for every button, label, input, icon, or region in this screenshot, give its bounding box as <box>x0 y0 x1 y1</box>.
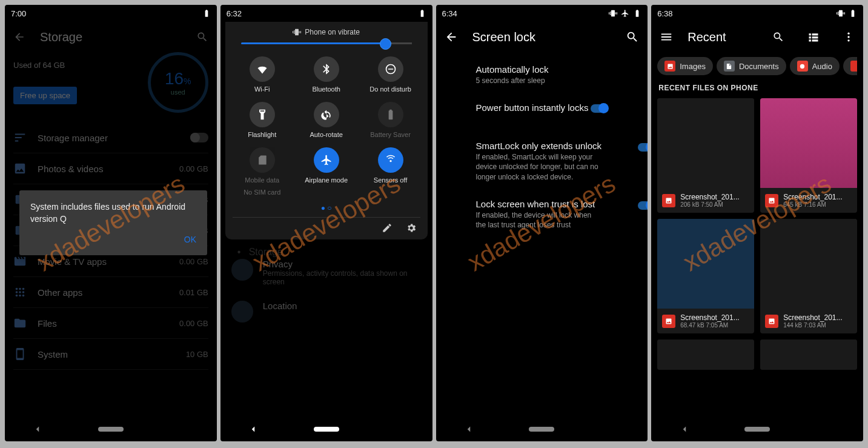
sensors-icon <box>385 154 397 166</box>
privacy-icon <box>231 259 253 281</box>
home-pill[interactable] <box>744 427 770 432</box>
back-icon[interactable] <box>445 30 458 44</box>
file-card[interactable]: Screenshot_201...144 kB 7:03 AM <box>760 219 857 333</box>
system-dialog: System includes files used to run Androi… <box>19 190 207 255</box>
folder-icon <box>13 316 27 330</box>
tile-dnd[interactable]: Do not disturb <box>361 56 420 93</box>
sim-icon <box>256 154 268 166</box>
battery-saver-icon <box>385 109 397 121</box>
back-nav-icon[interactable] <box>463 424 474 435</box>
gear-icon[interactable] <box>406 222 417 233</box>
page-indicator[interactable]: ● ○ <box>233 204 420 212</box>
svg-point-15 <box>800 64 804 68</box>
home-pill[interactable] <box>529 427 554 432</box>
quick-settings-panel: Phone on vibrate Wi-Fi Bluetooth Do not … <box>225 22 428 239</box>
free-up-space-button[interactable]: Free up space <box>13 87 77 104</box>
tile-wifi[interactable]: Wi-Fi <box>233 56 292 93</box>
svg-point-8 <box>16 295 18 297</box>
auto-lock-item[interactable]: Automatically lock5 seconds after sleep <box>447 56 637 94</box>
photos-row[interactable]: Photos & videos0.00 GB <box>13 153 208 184</box>
file-card[interactable] <box>657 339 754 370</box>
smartlock-toggle[interactable] <box>638 143 648 152</box>
phone-icon <box>13 347 27 361</box>
tile-sensors-off[interactable]: Sensors off <box>361 147 420 196</box>
back-nav-icon[interactable] <box>679 424 690 435</box>
smartlock-item[interactable]: SmartLock only extends unlockIf enabled,… <box>447 132 637 190</box>
clock: 6:34 <box>442 9 457 18</box>
view-list-icon[interactable] <box>807 31 820 43</box>
dnd-icon <box>385 63 397 75</box>
files-row[interactable]: Files0.00 GB <box>13 308 208 339</box>
svg-point-10 <box>22 295 25 297</box>
location-icon <box>231 301 253 323</box>
clock: 7:00 <box>11 9 26 18</box>
edit-icon[interactable] <box>382 222 393 233</box>
brightness-slider[interactable] <box>241 42 412 44</box>
clock: 6:38 <box>657 9 672 18</box>
page-title: Storage <box>40 30 182 44</box>
menu-icon[interactable] <box>660 30 673 44</box>
svg-point-7 <box>22 291 25 293</box>
tune-icon <box>13 131 27 144</box>
dialog-message: System includes files used to run Androi… <box>30 201 196 225</box>
image-file-icon <box>662 194 675 207</box>
home-pill[interactable] <box>314 427 339 432</box>
bg-location-row[interactable]: Location <box>231 293 422 330</box>
nav-bar <box>5 417 217 441</box>
file-card[interactable]: Screenshot_201...206 kB 7:50 AM <box>657 98 754 213</box>
clock: 6:32 <box>227 9 242 18</box>
svg-point-5 <box>16 291 18 293</box>
wifi-icon <box>256 63 268 75</box>
file-card[interactable]: Screenshot_201...68.47 kB 7:05 AM <box>657 219 754 333</box>
phone-storage: 7:00 Storage Used of 64 GB Free up space… <box>5 5 217 441</box>
power-lock-toggle[interactable] <box>591 104 608 113</box>
search-icon[interactable] <box>196 31 208 43</box>
svg-point-4 <box>22 288 25 290</box>
home-pill[interactable] <box>98 427 124 432</box>
image-icon <box>13 162 27 175</box>
chip-images[interactable]: Images <box>657 57 713 75</box>
dialog-ok-button[interactable]: OK <box>30 235 196 244</box>
chip-videos[interactable]: Videos <box>843 57 857 75</box>
tile-flashlight[interactable]: Flashlight <box>233 102 292 139</box>
file-card[interactable]: Screenshot_201...645 kB 7:16 AM <box>760 98 857 213</box>
power-lock-item[interactable]: Power button instantly locks <box>447 94 637 122</box>
phone-screenlock: 6:34 Screen lock Automatically lock5 sec… <box>436 5 648 441</box>
tile-bluetooth[interactable]: Bluetooth <box>297 56 356 93</box>
svg-point-3 <box>19 288 21 290</box>
svg-point-12 <box>847 33 849 35</box>
storage-manager-toggle[interactable] <box>190 133 208 142</box>
section-title: RECENT FILES ON PHONE <box>658 84 856 92</box>
back-icon[interactable] <box>13 31 25 43</box>
other-apps-row[interactable]: Other apps0.01 GB <box>13 277 208 308</box>
battery-icon <box>633 9 641 18</box>
header: Storage <box>5 22 217 52</box>
svg-point-13 <box>847 36 849 38</box>
tile-airplane[interactable]: Airplane mode <box>297 147 356 196</box>
page-title: Recent <box>687 30 758 44</box>
trust-toggle[interactable] <box>638 201 648 210</box>
search-icon[interactable] <box>626 30 639 44</box>
system-row[interactable]: System10 GB <box>13 339 208 370</box>
storage-manager-row[interactable]: Storage manager <box>13 122 208 153</box>
back-nav-icon[interactable] <box>248 424 259 435</box>
svg-point-6 <box>19 291 21 293</box>
ringer-status[interactable]: Phone on vibrate <box>233 28 420 36</box>
movie-icon <box>13 255 27 268</box>
search-icon[interactable] <box>772 31 784 43</box>
bluetooth-icon <box>320 63 333 75</box>
filter-chips: Images Documents Audio Videos <box>657 57 857 75</box>
back-nav-icon[interactable] <box>32 424 43 435</box>
chip-documents[interactable]: Documents <box>717 57 786 75</box>
bg-privacy-row[interactable]: PrivacyPermissions, activity controls, d… <box>231 252 422 293</box>
chip-audio[interactable]: Audio <box>790 57 840 75</box>
vibrate-icon <box>609 9 617 18</box>
battery-icon <box>418 9 426 18</box>
vibrate-icon <box>293 28 301 36</box>
trust-lost-item[interactable]: Lock screen when trust is lostIf enabled… <box>447 190 637 238</box>
file-card[interactable] <box>760 339 857 370</box>
battery-icon <box>849 9 857 18</box>
more-icon[interactable] <box>843 31 855 43</box>
tile-rotate[interactable]: Auto-rotate <box>297 102 356 139</box>
flashlight-icon <box>256 109 268 121</box>
